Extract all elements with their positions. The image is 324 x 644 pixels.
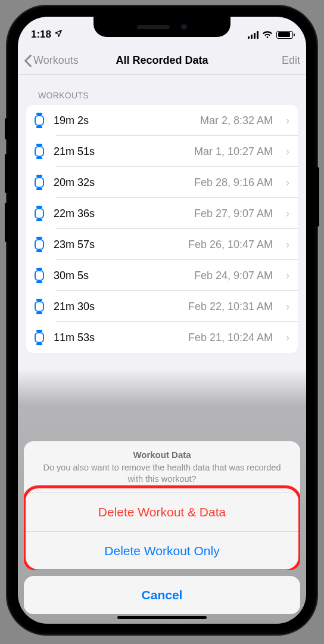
cancel-button[interactable]: Cancel [24,576,300,614]
cellular-icon [248,31,258,39]
svg-rect-16 [36,281,42,283]
action-sheet-message: Do you also want to remove the health da… [37,462,287,485]
back-button[interactable]: Workouts [24,54,79,67]
svg-rect-11 [35,209,43,218]
action-sheet-title: Workout Data [37,450,287,460]
workout-date: Feb 28, 9:16 AM [194,177,273,189]
svg-rect-9 [36,206,42,208]
chevron-right-icon: › [286,177,289,189]
workout-duration: 19m 2s [54,114,192,127]
workout-row[interactable]: 20m 32s Feb 28, 9:16 AM › [26,167,298,198]
workout-row[interactable]: 22m 36s Feb 27, 9:07 AM › [26,198,298,229]
home-indicator[interactable] [117,616,207,619]
svg-rect-1 [36,126,42,128]
apple-watch-icon [33,298,45,315]
chevron-right-icon: › [286,239,289,251]
workout-row[interactable]: 21m 51s Mar 1, 10:27 AM › [26,136,298,167]
back-label: Workouts [33,54,79,67]
workout-date: Feb 27, 9:07 AM [194,208,273,220]
workout-date: Mar 2, 8:32 AM [200,114,273,127]
apple-watch-icon [33,143,45,160]
workout-date: Mar 1, 10:27 AM [194,145,273,158]
wifi-icon [262,30,273,39]
notch [94,17,230,37]
delete-workout-only-button[interactable]: Delete Workout Only [24,531,300,570]
svg-rect-7 [36,188,42,190]
edit-button[interactable]: Edit [282,54,300,67]
workout-date: Feb 26, 10:47 AM [188,239,273,251]
workout-duration: 11m 53s [54,332,180,344]
workouts-list: 19m 2s Mar 2, 8:32 AM › 21m 51s Mar 1, 1… [26,105,298,353]
apple-watch-icon [33,236,45,253]
workout-row[interactable]: 30m 5s Feb 24, 9:07 AM › [26,260,298,291]
svg-rect-21 [36,330,42,332]
workout-date: Feb 21, 10:24 AM [188,332,273,344]
svg-rect-14 [35,240,43,249]
svg-rect-8 [35,178,43,187]
status-time: 1:18 [31,29,51,41]
battery-icon [276,31,293,39]
svg-rect-15 [36,268,42,270]
chevron-right-icon: › [286,332,289,344]
chevron-right-icon: › [286,270,289,282]
apple-watch-icon [33,112,45,129]
svg-rect-23 [35,333,43,342]
delete-workout-and-data-button[interactable]: Delete Workout & Data [24,493,300,531]
action-sheet-header: Workout Data Do you also want to remove … [24,441,300,493]
apple-watch-icon [33,174,45,191]
workout-row[interactable]: 11m 53s Feb 21, 10:24 AM › [26,322,298,353]
svg-rect-20 [35,302,43,311]
svg-rect-4 [36,157,42,159]
workout-date: Feb 22, 10:31 AM [188,301,273,313]
section-header: WORKOUTS [18,75,306,105]
workout-row[interactable]: 19m 2s Mar 2, 8:32 AM › [26,105,298,136]
chevron-right-icon: › [286,208,289,220]
apple-watch-icon [33,267,45,284]
workout-duration: 30m 5s [54,270,186,282]
svg-rect-17 [35,271,43,280]
workout-duration: 21m 51s [54,145,186,158]
svg-rect-12 [36,237,42,239]
workout-duration: 22m 36s [54,208,186,220]
svg-rect-19 [36,312,42,314]
svg-rect-18 [36,299,42,301]
navigation-bar: Workouts All Recorded Data Edit [18,47,306,75]
svg-rect-3 [36,144,42,146]
workout-row[interactable]: 21m 30s Feb 22, 10:31 AM › [26,291,298,322]
workout-duration: 21m 30s [54,301,180,313]
svg-rect-2 [35,116,43,125]
apple-watch-icon [33,329,45,346]
svg-rect-22 [36,343,42,345]
phone-frame: 1:18 Workouts All Recorded Data Edit [7,6,317,634]
chevron-right-icon: › [286,114,289,127]
apple-watch-icon [33,205,45,222]
svg-rect-6 [36,175,42,177]
screen: 1:18 Workouts All Recorded Data Edit [18,17,306,624]
action-sheet: Workout Data Do you also want to remove … [24,441,300,614]
svg-rect-10 [36,219,42,221]
svg-rect-0 [36,113,42,115]
workout-duration: 23m 57s [54,239,180,251]
svg-rect-13 [36,250,42,252]
chevron-right-icon: › [286,145,289,158]
location-icon [54,29,63,41]
chevron-right-icon: › [286,301,289,313]
workout-row[interactable]: 23m 57s Feb 26, 10:47 AM › [26,229,298,260]
svg-rect-5 [35,147,43,156]
workout-duration: 20m 32s [54,177,186,189]
workout-date: Feb 24, 9:07 AM [194,270,273,282]
